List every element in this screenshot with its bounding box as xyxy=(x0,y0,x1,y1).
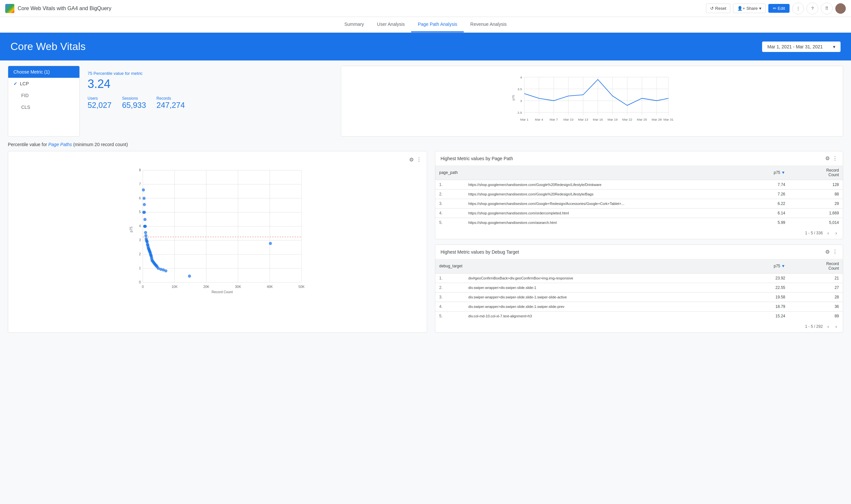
svg-text:Mar 28: Mar 28 xyxy=(652,118,662,121)
table2-col-p75[interactable]: p75 ▼ xyxy=(738,259,789,274)
metric-cls[interactable]: CLS xyxy=(8,101,79,113)
row-num: 3. xyxy=(435,199,465,209)
scatter-more-button[interactable]: ⋮ xyxy=(416,157,421,163)
table2-header: Highest Metric values by Debug Target ⚙ … xyxy=(435,245,843,259)
table-row: 1. div#geoConfirmBoxBack>div.geoConfirmB… xyxy=(435,274,843,283)
row-p75: 5.99 xyxy=(738,218,789,228)
choose-metric-header[interactable]: Choose Metric (1) xyxy=(8,66,79,78)
tab-summary[interactable]: Summary xyxy=(338,17,370,32)
row-num: 1. xyxy=(435,274,465,283)
svg-text:40K: 40K xyxy=(267,285,273,289)
row-p75: 15.24 xyxy=(738,311,789,321)
table2-filter-button[interactable]: ⚙ xyxy=(825,249,830,255)
svg-point-107 xyxy=(143,203,146,206)
svg-point-104 xyxy=(164,269,168,273)
table-row: 5. https://shop.googlemerchandisestore.c… xyxy=(435,218,843,228)
reset-button[interactable]: ↺ Reset xyxy=(706,4,730,13)
svg-text:8: 8 xyxy=(139,168,141,172)
share-button[interactable]: 👤+ Share ▾ xyxy=(733,4,765,13)
svg-point-70 xyxy=(144,225,147,228)
row-num: 2. xyxy=(435,283,465,292)
svg-text:2: 2 xyxy=(139,252,141,256)
table-row: 2. https://shop.googlemerchandisestore.c… xyxy=(435,190,843,199)
row-path: https://shop.googlemerchandisestore.com/… xyxy=(465,190,738,199)
row-num: 4. xyxy=(435,209,465,218)
row-path: div.swiper-wrapper>div.swiper-slide.slid… xyxy=(465,283,738,292)
avatar[interactable] xyxy=(835,3,846,14)
table2-tools: ⚙ ⋮ xyxy=(825,249,838,255)
apps-button[interactable]: ⠿ xyxy=(821,3,833,14)
svg-text:0: 0 xyxy=(139,281,141,284)
top-section: Choose Metric (1) ✓ LCP FID CLS 75 Perce… xyxy=(8,66,843,137)
sessions-value: 65,933 xyxy=(122,101,146,110)
tab-revenue-analysis[interactable]: Revenue Analysis xyxy=(464,17,513,32)
row-count: 89 xyxy=(789,311,843,321)
svg-text:5: 5 xyxy=(139,210,141,214)
metric-lcp[interactable]: ✓ LCP xyxy=(8,78,79,90)
table1-col-p75[interactable]: p75 ▼ xyxy=(738,165,789,180)
edit-button[interactable]: ✏ Edit xyxy=(768,4,790,13)
table-row: 2. div.swiper-wrapper>div.swiper-slide.s… xyxy=(435,283,843,292)
svg-text:p75: p75 xyxy=(129,227,133,232)
scatter-filter-button[interactable]: ⚙ xyxy=(409,157,414,163)
svg-point-105 xyxy=(188,274,191,278)
table2-col-target: debug_target xyxy=(435,259,738,274)
row-p75: 7.26 xyxy=(738,190,789,199)
row-path: https://shop.googlemerchandisestore.com/… xyxy=(465,209,738,218)
svg-text:Mar 13: Mar 13 xyxy=(578,118,588,121)
tables-section: Highest Metric values by Page Path ⚙ ⋮ p… xyxy=(435,151,843,333)
table1-header-row: page_path p75 ▼ RecordCount xyxy=(435,165,843,180)
svg-text:30K: 30K xyxy=(235,285,241,289)
svg-text:Mar 31: Mar 31 xyxy=(664,118,673,121)
table1-next-button[interactable]: › xyxy=(833,230,839,236)
table2-header-row: debug_target p75 ▼ RecordCount xyxy=(435,259,843,274)
svg-text:Mar 19: Mar 19 xyxy=(608,118,618,121)
svg-point-108 xyxy=(143,218,147,221)
table1-prev-button[interactable]: ‹ xyxy=(826,230,831,236)
table1-tools: ⚙ ⋮ xyxy=(825,155,838,161)
svg-text:Mar 10: Mar 10 xyxy=(563,118,574,121)
tab-user-analysis[interactable]: User Analysis xyxy=(370,17,412,32)
percentile-label: 75 Percentile value for metric xyxy=(88,71,333,76)
table-row: 4. div.swiper-wrapper>div.swiper-slide.s… xyxy=(435,302,843,311)
chevron-down-icon: ▾ xyxy=(759,6,761,11)
line-chart-svg: 4 3.5 3 2.5 p75 xyxy=(346,71,838,130)
date-range-selector[interactable]: Mar 1, 2021 - Mar 31, 2021 ▾ xyxy=(762,41,840,52)
svg-text:Record Count: Record Count xyxy=(212,290,233,294)
scatter-body: ⚙ ⋮ p75 8 xyxy=(8,151,843,333)
nav-tabs: Summary User Analysis Page Path Analysis… xyxy=(0,17,851,33)
tab-page-path-analysis[interactable]: Page Path Analysis xyxy=(411,17,464,32)
banner-title: Core Web Vitals xyxy=(11,40,86,53)
more-options-button[interactable]: ⋮ xyxy=(792,3,804,14)
date-range-value: Mar 1, 2021 - Mar 31, 2021 xyxy=(767,44,823,49)
row-p75: 18.79 xyxy=(738,302,789,311)
row-p75: 6.14 xyxy=(738,209,789,218)
table2-next-button[interactable]: › xyxy=(833,323,839,330)
table1-more-button[interactable]: ⋮ xyxy=(832,155,838,161)
svg-point-71 xyxy=(144,231,147,234)
table2-prev-button[interactable]: ‹ xyxy=(826,323,831,330)
table1-pagination: 1 - 5 / 336 ‹ › xyxy=(435,227,843,239)
svg-text:3: 3 xyxy=(139,238,141,242)
metric-fid[interactable]: FID xyxy=(8,90,79,101)
table2-more-button[interactable]: ⋮ xyxy=(832,249,838,255)
svg-text:2.5: 2.5 xyxy=(518,111,522,114)
svg-point-67 xyxy=(143,211,146,214)
scatter-section: Percentile value for Page Paths (minimum… xyxy=(8,142,843,333)
help-button[interactable]: ? xyxy=(807,3,818,14)
scatter-title: Percentile value for Page Paths (minimum… xyxy=(8,142,843,147)
row-num: 3. xyxy=(435,292,465,302)
table1-filter-button[interactable]: ⚙ xyxy=(825,155,830,161)
users-stat: Users 52,027 xyxy=(88,96,111,110)
row-count: 36 xyxy=(789,302,843,311)
topbar-left: Core Web Vitals with GA4 and BigQuery xyxy=(5,4,111,13)
users-label: Users xyxy=(88,96,111,101)
row-num: 1. xyxy=(435,180,465,190)
table1-data: page_path p75 ▼ RecordCount 1. https://s… xyxy=(435,165,843,227)
svg-text:7: 7 xyxy=(139,182,141,186)
svg-text:Mar 4: Mar 4 xyxy=(535,118,543,121)
banner: Core Web Vitals Mar 1, 2021 - Mar 31, 20… xyxy=(0,33,851,60)
row-count: 5,014 xyxy=(789,218,843,228)
svg-text:10K: 10K xyxy=(171,285,178,289)
person-add-icon: 👤+ xyxy=(737,6,745,11)
